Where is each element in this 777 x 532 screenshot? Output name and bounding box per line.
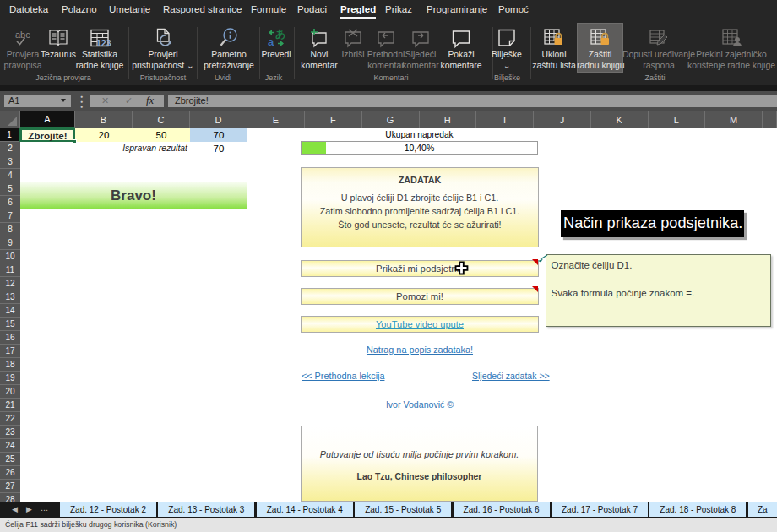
svg-text:123: 123 (96, 38, 111, 48)
svg-text:a: a (268, 35, 274, 48)
svg-text:あ: あ (275, 28, 285, 40)
svg-text:abc: abc (15, 30, 30, 40)
